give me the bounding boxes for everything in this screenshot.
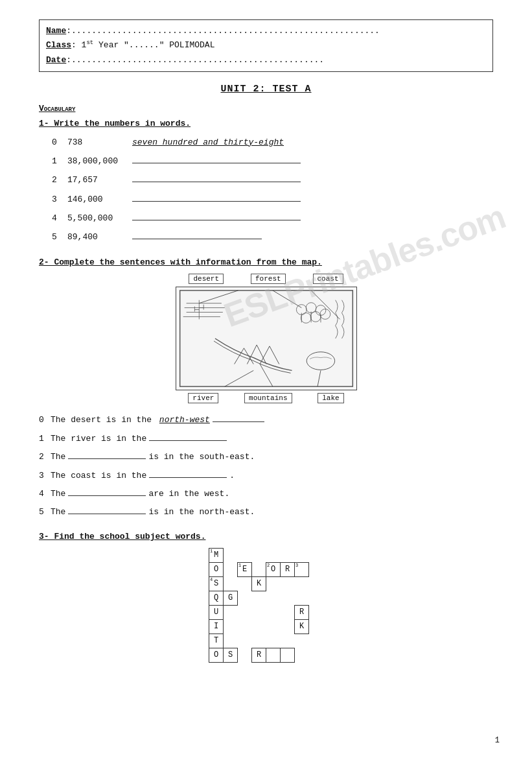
crossword-cell: U	[209, 605, 224, 619]
sentences-section: 0 The desert is in the north-west 1 The …	[39, 412, 493, 519]
crossword-cell: G	[224, 591, 238, 605]
map-label-desert: desert	[189, 274, 224, 284]
crossword-cell	[252, 605, 266, 619]
crossword-cell	[295, 591, 309, 605]
map-image	[176, 287, 357, 390]
crossword-cell	[295, 576, 309, 591]
main-title: Unit 2: TEST A	[39, 84, 493, 95]
table-row: 3 146,000	[52, 191, 493, 208]
crossword-cell	[309, 619, 323, 634]
crossword-cell	[224, 576, 238, 591]
exercise-2-heading: 2- Complete the sentences with informati…	[39, 257, 493, 267]
map-label-mountains: mountains	[244, 393, 292, 403]
crossword-cell	[238, 648, 252, 662]
crossword-cell	[266, 548, 281, 562]
crossword-cell	[252, 548, 266, 562]
crossword-cell: I	[209, 619, 224, 634]
crossword-cell: K	[295, 619, 309, 634]
crossword-cell: 2O	[266, 562, 281, 576]
crossword-cell	[309, 548, 323, 562]
list-item: 1 The river is in the	[39, 431, 493, 446]
crossword-cell	[238, 634, 252, 648]
crossword-wrapper: 1M O 1E 2O R 3	[39, 548, 493, 663]
map-container: desert forest coast	[176, 274, 357, 403]
crossword-cell	[238, 548, 252, 562]
crossword-cell: O	[209, 562, 224, 576]
crossword-cell	[281, 591, 295, 605]
exercise-2: 2- Complete the sentences with informati…	[39, 257, 493, 519]
crossword-cell: R	[252, 648, 266, 662]
crossword-cell	[266, 648, 281, 662]
page-number: 1	[495, 736, 500, 745]
table-row: Q G	[209, 591, 323, 605]
crossword-cell: R	[281, 562, 295, 576]
map-wrapper: desert forest coast	[39, 274, 493, 403]
crossword-cell	[238, 576, 252, 591]
crossword-cell: K	[252, 576, 266, 591]
list-item: 2 The is in the south-east.	[39, 449, 493, 464]
list-item: 3 The coast is in the .	[39, 468, 493, 483]
crossword-cell	[309, 562, 323, 576]
table-row: 2 17,657	[52, 171, 493, 189]
table-row: U R	[209, 605, 323, 619]
crossword-cell: 4S	[209, 576, 224, 591]
crossword-cell	[266, 576, 281, 591]
map-labels-top: desert forest coast	[176, 274, 357, 284]
table-row: I K	[209, 619, 323, 634]
exercise-1: 1- Write the numbers in words. 0 738 sev…	[39, 119, 493, 246]
table-row: 5 89,400	[52, 228, 493, 246]
crossword-cell	[281, 605, 295, 619]
crossword-cell	[238, 605, 252, 619]
crossword-cell	[309, 634, 323, 648]
crossword-cell	[238, 591, 252, 605]
map-label-forest: forest	[251, 274, 286, 284]
crossword-cell	[266, 619, 281, 634]
crossword-cell	[309, 648, 323, 662]
exercise-3: 3- Find the school subject words. 1M O	[39, 532, 493, 663]
crossword-table: 1M O 1E 2O R 3	[209, 548, 323, 663]
table-row: 1 38,000,000	[52, 152, 493, 170]
crossword-cell	[252, 634, 266, 648]
crossword-cell: O	[209, 648, 224, 662]
map-labels-bottom: river mountains lake	[176, 393, 357, 403]
map-label-coast: coast	[313, 274, 343, 284]
crossword-cell	[281, 576, 295, 591]
crossword-cell	[252, 591, 266, 605]
crossword-cell	[309, 576, 323, 591]
table-row: 4 5,500,000	[52, 209, 493, 227]
crossword-cell	[266, 591, 281, 605]
crossword-cell	[295, 648, 309, 662]
date-line: Date:...................................…	[46, 53, 486, 67]
table-row: 0 738 seven hundred and thirty-eight	[52, 134, 493, 151]
crossword-cell	[281, 619, 295, 634]
crossword-cell: 3	[295, 562, 309, 576]
vocabulary-label: Vocabulary	[39, 104, 493, 113]
svg-rect-0	[179, 290, 353, 386]
name-line: Name:...................................…	[46, 24, 486, 38]
exercise-3-heading: 3- Find the school subject words.	[39, 532, 493, 541]
crossword-cell: T	[209, 634, 224, 648]
table-row: 1M	[209, 548, 323, 562]
table-row: T	[209, 634, 323, 648]
list-item: 0 The desert is in the north-west	[39, 412, 493, 427]
crossword-cell	[224, 634, 238, 648]
class-line: Class: 1st Year "......" POLIMODAL	[46, 38, 486, 53]
crossword-cell	[281, 548, 295, 562]
crossword-cell: S	[224, 648, 238, 662]
crossword-cell	[309, 591, 323, 605]
crossword-cell: 1E	[238, 562, 252, 576]
crossword-cell	[266, 605, 281, 619]
crossword-cell	[266, 634, 281, 648]
crossword-cell	[281, 634, 295, 648]
crossword-cell	[252, 619, 266, 634]
map-label-lake: lake	[318, 393, 343, 403]
table-row: 4S K	[209, 576, 323, 591]
crossword-cell: 1M	[209, 548, 224, 562]
header-box: Name:...................................…	[39, 19, 493, 72]
crossword-cell	[224, 619, 238, 634]
crossword-cell	[252, 562, 266, 576]
crossword-cell	[238, 619, 252, 634]
list-item: 5 The is in the north-east.	[39, 504, 493, 519]
crossword-cell: R	[295, 605, 309, 619]
crossword-cell	[295, 634, 309, 648]
